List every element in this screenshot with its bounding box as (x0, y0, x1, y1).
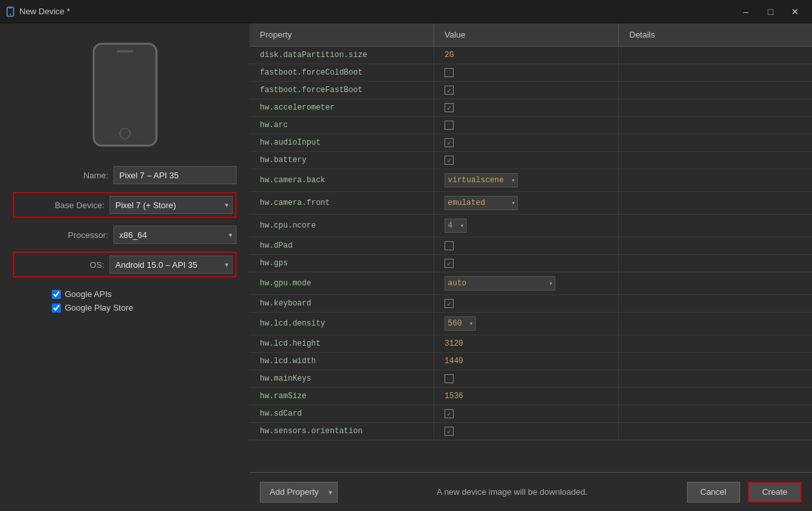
table-body[interactable]: disk.dataPartition.size2Gfastboot.forceC… (249, 47, 812, 472)
cell-property: hw.lcd.width (249, 353, 434, 370)
table-checkbox[interactable] (445, 138, 454, 147)
minimize-button[interactable]: – (734, 2, 758, 21)
cell-value (434, 237, 619, 254)
table-checkbox[interactable] (445, 103, 454, 112)
base-device-label: Base Device: (54, 200, 104, 210)
table-select-wrapper: autohostmesa_angleswiftshader_indirectan… (445, 276, 555, 291)
google-play-checkbox[interactable] (52, 303, 61, 313)
os-select[interactable]: Android 15.0 – API 35 (110, 256, 233, 274)
cell-details (619, 47, 812, 64)
table-select[interactable]: virtualsceneemulatednonewebcam0 (445, 173, 518, 187)
window-title: New Device * (19, 6, 730, 16)
table-row: disk.dataPartition.size2G (249, 47, 812, 64)
title-bar: New Device * – □ ✕ (0, 0, 812, 23)
cell-property: hw.audioInput (249, 134, 434, 151)
os-label: OS: (90, 260, 104, 270)
table-select[interactable]: 1248 (445, 219, 467, 233)
app-icon (5, 6, 16, 17)
cell-value (434, 134, 619, 151)
cell-value: 2G (434, 47, 619, 64)
cell-details (619, 134, 812, 151)
cell-details (619, 272, 812, 294)
table-row: hw.gps (249, 255, 812, 272)
header-value: Value (434, 23, 619, 46)
cell-property: hw.gpu.mode (249, 272, 434, 294)
table-checkbox[interactable] (445, 68, 454, 77)
phone-speaker (117, 50, 133, 53)
google-apis-item: Google APIs (52, 289, 237, 299)
status-text: A new device image will be downloaded. (345, 487, 679, 497)
cell-property: hw.camera.back (249, 169, 434, 191)
table-select-wrapper: 1248 (445, 219, 467, 233)
table-row: fastboot.forceFastBoot (249, 82, 812, 99)
table-checkbox[interactable] (445, 121, 454, 130)
table-row: hw.cpu.ncore1248 (249, 215, 812, 237)
google-apis-checkbox[interactable] (52, 290, 61, 299)
cell-value (434, 99, 619, 116)
table-checkbox[interactable] (445, 259, 454, 268)
close-button[interactable]: ✕ (783, 2, 807, 21)
maximize-button[interactable]: □ (759, 2, 782, 21)
name-label: Name: (84, 171, 108, 180)
cell-property: hw.dPad (249, 237, 434, 254)
google-apis-label: Google APIs (65, 289, 111, 299)
base-device-group: Base Device: Pixel 7 (+ Store) (13, 192, 237, 218)
cell-property: hw.mainKeys (249, 370, 434, 387)
create-button[interactable]: Create (748, 482, 802, 503)
cell-details (619, 313, 812, 335)
table-checkbox[interactable] (445, 427, 454, 436)
table-select[interactable]: autohostmesa_angleswiftshader_indirectan… (445, 276, 555, 291)
cell-property: hw.gps (249, 255, 434, 272)
name-input[interactable] (113, 166, 237, 184)
cell-value: 1536 (434, 388, 619, 405)
left-panel: Name: Base Device: Pixel 7 (+ Store) Pro… (0, 23, 249, 511)
cell-value (434, 117, 619, 134)
table-row: hw.gpu.modeautohostmesa_angleswiftshader… (249, 272, 812, 295)
os-select-wrapper: Android 15.0 – API 35 (110, 256, 233, 274)
phone-preview (93, 43, 157, 147)
cell-property: hw.cpu.ncore (249, 215, 434, 237)
phone-home-button (119, 128, 131, 139)
cell-details (619, 82, 812, 99)
cell-value (434, 255, 619, 272)
table-checkbox[interactable] (445, 374, 454, 383)
table-checkbox[interactable] (445, 86, 454, 95)
cell-property: fastboot.forceColdBoot (249, 64, 434, 81)
header-details: Details (619, 23, 812, 46)
table-row: hw.dPad (249, 237, 812, 255)
cell-value: autohostmesa_angleswiftshader_indirectan… (434, 272, 619, 294)
cell-property: hw.keyboard (249, 295, 434, 312)
add-property-button[interactable]: Add Property (260, 482, 338, 503)
cell-details (619, 423, 812, 440)
cell-property: fastboot.forceFastBoot (249, 82, 434, 99)
base-device-select[interactable]: Pixel 7 (+ Store) (110, 196, 233, 214)
cell-value (434, 405, 619, 422)
cell-value (434, 370, 619, 387)
table-row: fastboot.forceColdBoot (249, 64, 812, 82)
cell-property: hw.arc (249, 117, 434, 134)
table-row: hw.lcd.height3120 (249, 335, 812, 353)
table-checkbox[interactable] (445, 299, 454, 308)
table-checkbox[interactable] (445, 409, 454, 418)
cell-details (619, 169, 812, 191)
cell-value: 1440 (434, 353, 619, 370)
table-row: hw.camera.backvirtualsceneemulatednonewe… (249, 169, 812, 192)
cancel-button[interactable]: Cancel (687, 482, 740, 503)
table-checkbox[interactable] (445, 241, 454, 250)
cell-value (434, 295, 619, 312)
processor-select[interactable]: x86_64 (113, 226, 237, 244)
table-checkbox[interactable] (445, 156, 454, 165)
checkbox-group: Google APIs Google Play Store (13, 289, 237, 316)
table-select[interactable]: emulatedvirtualscenenonewebcam0 (445, 196, 518, 210)
table-row: hw.sdCard (249, 405, 812, 423)
table-row: hw.camera.frontemulatedvirtualscenenonew… (249, 192, 812, 215)
table-select[interactable]: 120160240280320420480560640 (445, 316, 476, 331)
cell-details (619, 192, 812, 214)
cell-property: hw.battery (249, 152, 434, 169)
cell-details (619, 152, 812, 169)
cell-details (619, 353, 812, 370)
cell-property: hw.lcd.height (249, 335, 434, 352)
table-select-wrapper: virtualsceneemulatednonewebcam0 (445, 173, 518, 187)
google-play-label: Google Play Store (65, 303, 133, 313)
cell-details (619, 388, 812, 405)
